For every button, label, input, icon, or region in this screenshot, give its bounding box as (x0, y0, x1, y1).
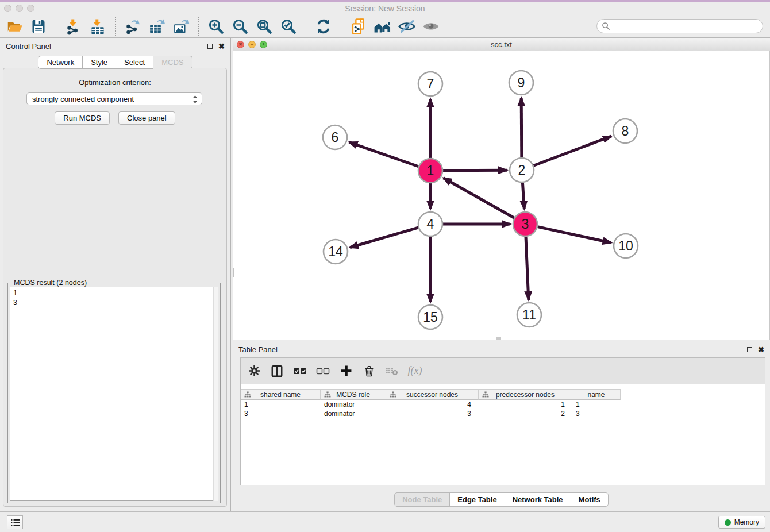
memory-button[interactable]: Memory (718, 516, 765, 529)
graph-node-6[interactable]: 6 (323, 125, 347, 149)
column-header-shared-name[interactable]: shared name (241, 389, 321, 400)
control-panel-title: Control Panel (6, 42, 51, 51)
column-header-successor-nodes[interactable]: successor nodes (386, 389, 479, 400)
export-image-button[interactable] (171, 17, 191, 36)
float-panel-icon[interactable] (747, 347, 752, 352)
control-tab-select[interactable]: Select (116, 56, 153, 69)
table-row[interactable]: 1dominator411 (241, 400, 765, 409)
table-cell[interactable]: 3 (386, 409, 479, 418)
unselect-all-columns-button[interactable] (315, 364, 330, 379)
table-cell[interactable]: 4 (386, 400, 479, 409)
graph-edge-2-9[interactable] (521, 98, 522, 157)
dropdown-selected-value: strongly connected component (32, 95, 134, 103)
graph-node-11[interactable]: 11 (517, 303, 541, 327)
graph-node-9[interactable]: 9 (509, 71, 533, 95)
column-header-MCDS-role[interactable]: MCDS role (321, 389, 386, 400)
close-panel-button[interactable]: Close panel (118, 111, 175, 125)
mcds-result-scrollbar[interactable] (213, 287, 218, 501)
import-network-button[interactable] (64, 17, 83, 36)
table-cell[interactable]: 1 (479, 400, 572, 409)
mcds-result-text[interactable]: 1 3 (10, 287, 218, 501)
splitter-handle[interactable] (233, 268, 234, 277)
zoom-in-button[interactable] (206, 17, 226, 36)
zoom-fit-button[interactable] (255, 17, 274, 36)
graph-edge-1-6[interactable] (349, 142, 419, 167)
float-panel-icon[interactable] (207, 44, 213, 49)
refresh-icon (315, 18, 332, 35)
graph-node-2[interactable]: 2 (510, 158, 534, 182)
control-tab-network[interactable]: Network (38, 56, 83, 69)
table-cell[interactable]: 1 (241, 400, 321, 409)
table-cell[interactable]: dominator (321, 400, 386, 409)
import-table-button[interactable] (88, 17, 107, 36)
refresh-view-button[interactable] (314, 17, 333, 36)
houses-icon (373, 17, 392, 36)
show-column-button[interactable] (270, 364, 284, 379)
graph-node-1[interactable]: 1 (418, 159, 442, 183)
table-tab-edge-table[interactable]: Edge Table (449, 492, 505, 507)
hide-selected-button[interactable] (397, 17, 417, 36)
table-tab-node-table[interactable]: Node Table (394, 492, 450, 507)
splitter-handle[interactable] (496, 337, 501, 340)
search-icon (602, 22, 610, 30)
graph-node-7[interactable]: 7 (418, 72, 442, 96)
table-tab-network-table[interactable]: Network Table (505, 492, 571, 507)
eye-slash-icon (398, 17, 416, 36)
network-graph[interactable]: 7968124314101511 (233, 51, 770, 340)
graph-node-label: 11 (522, 307, 536, 322)
zoom-selected-button[interactable] (279, 17, 298, 36)
control-tab-mcds[interactable]: MCDS (153, 56, 192, 69)
graph-node-15[interactable]: 15 (418, 305, 442, 329)
show-all-button[interactable] (421, 17, 441, 36)
graph-edge-3-1[interactable] (444, 178, 514, 218)
table-cell[interactable]: 2 (479, 409, 572, 418)
graph-edge-1-2[interactable] (443, 170, 507, 171)
table-cell[interactable]: 3 (241, 409, 321, 418)
delete-columns-button[interactable] (361, 364, 376, 379)
run-mcds-button[interactable]: Run MCDS (55, 111, 110, 125)
table-settings-button[interactable] (247, 364, 261, 379)
table-panel-title: Table Panel (238, 345, 278, 354)
export-network-button[interactable] (123, 17, 143, 36)
optimization-criterion-dropdown[interactable]: strongly connected component (26, 92, 202, 105)
toolbar-separator (198, 17, 199, 36)
mcds-result-title: MCDS result (2 nodes) (11, 279, 89, 287)
column-header-predecessor-nodes[interactable]: predecessor nodes (479, 389, 572, 400)
close-panel-icon[interactable]: ✖ (218, 43, 225, 50)
graph-node-8[interactable]: 8 (613, 119, 637, 143)
close-panel-icon[interactable]: ✖ (758, 346, 764, 353)
first-neighbors-button[interactable] (373, 17, 392, 36)
select-all-columns-button[interactable] (292, 364, 307, 379)
search-input[interactable] (596, 19, 763, 33)
graph-edge-2-8[interactable] (534, 136, 611, 165)
table-cell[interactable]: 1 (572, 400, 621, 409)
table-tab-motifs[interactable]: Motifs (571, 492, 609, 507)
save-session-button[interactable] (29, 17, 48, 36)
graph-edge-4-14[interactable] (350, 228, 418, 248)
open-session-button[interactable] (5, 17, 24, 36)
graph-edge-3-10[interactable] (537, 227, 611, 243)
graph-node-10[interactable]: 10 (614, 234, 638, 258)
graph-edge-3-11[interactable] (526, 237, 529, 300)
network-window-titlebar[interactable]: ✕ − + scc.txt (233, 38, 770, 51)
graph-node-14[interactable]: 14 (324, 240, 348, 264)
control-tab-style[interactable]: Style (82, 56, 116, 69)
graph-edge-2-3[interactable] (522, 183, 524, 209)
export-network-icon (124, 18, 141, 35)
graph-node-3[interactable]: 3 (513, 212, 537, 236)
export-table-button[interactable] (147, 17, 167, 36)
graph-node-label: 9 (518, 75, 525, 90)
create-network-view-button[interactable] (349, 17, 368, 36)
graph-node-label: 2 (518, 163, 526, 178)
create-new-column-button[interactable] (338, 364, 353, 379)
graph-node-label: 10 (618, 238, 633, 253)
table-cell[interactable]: dominator (321, 409, 386, 418)
show-panels-menu-button[interactable] (7, 515, 23, 529)
column-header-name[interactable]: name (572, 389, 621, 400)
network-canvas[interactable]: 7968124314101511 (233, 51, 770, 340)
zoom-out-button[interactable] (230, 17, 250, 36)
network-window-title: scc.txt (233, 40, 770, 49)
graph-node-4[interactable]: 4 (418, 212, 442, 236)
table-row[interactable]: 3dominator323 (241, 409, 765, 418)
table-cell[interactable]: 3 (572, 409, 621, 418)
